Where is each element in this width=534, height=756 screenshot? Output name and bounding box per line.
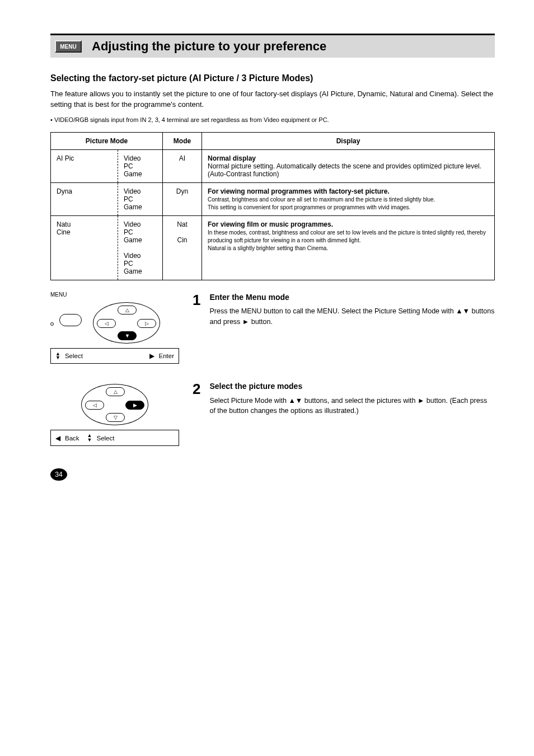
row0-label-b: Video PC Game [118, 150, 163, 183]
led-dot-icon [50, 322, 54, 326]
step-1-heading: Enter the Menu mode [209, 292, 495, 303]
left-arrow-icon: ◀ [55, 434, 60, 442]
menu-badge: MENU [55, 40, 82, 53]
step-1-number: 1 [193, 292, 200, 309]
step1-instruction-bar: ▲▼ Select ▶ Enter [50, 348, 179, 364]
th-picture-mode: Picture Mode [51, 133, 163, 150]
updown-icon: ▲▼ [55, 352, 60, 360]
dpad: △ ▼ ◁ ▷ [93, 302, 160, 344]
menu-caption: MENU [50, 292, 179, 298]
right-button-2[interactable]: ▶ [125, 401, 144, 410]
row1-desc-body: Contrast, brightness and colour are all … [208, 196, 435, 210]
row0-desc: Normal display Normal picture setting. A… [202, 150, 495, 183]
down-button-2[interactable]: ▽ [106, 413, 125, 422]
row2-desc-body: In these modes, contrast, brightness and… [208, 229, 486, 251]
row1-desc-head: For viewing normal programmes with facto… [208, 187, 390, 195]
row1-label-b: Video PC Game [118, 183, 163, 216]
dpad-2: △ ▽ ◁ ▶ [81, 384, 148, 425]
row2-desc-head: For viewing film or music programmes. [208, 220, 333, 228]
row0-label-a: AI Pic [51, 150, 118, 183]
row1-desc: For viewing normal programmes with facto… [202, 183, 495, 216]
row1-mode: Dyn [163, 183, 202, 216]
up-button-2[interactable]: △ [106, 387, 125, 396]
step-2-body: Select Picture Mode with ▲▼ buttons, and… [209, 396, 495, 416]
left-button[interactable]: ◁ [97, 319, 116, 328]
row0-desc-head: Normal display [208, 154, 256, 162]
updown-icon-2: ▲▼ [87, 434, 92, 442]
step2-instruction-bar: ◀ Back ▲▼ Select [50, 430, 179, 445]
step1-instr-right: Enter [159, 353, 175, 359]
th-mode: Mode [163, 133, 202, 150]
step-2-heading: Select the picture modes [209, 381, 495, 392]
page-title: Adjusting the picture to your preference [92, 39, 326, 54]
right-arrow-icon: ▶ [149, 352, 154, 360]
title-bar: MENU Adjusting the picture to your prefe… [50, 35, 495, 58]
step1-instr-left: Select [65, 353, 145, 359]
step-2-number: 2 [193, 381, 200, 398]
row2-mode: Nat Cin [163, 216, 202, 280]
menu-button[interactable] [59, 314, 82, 326]
picture-mode-table: Picture Mode Mode Display AI Pic Video P… [50, 132, 495, 280]
row0-mode: AI [163, 150, 202, 183]
row2-label-a: Natu Cine [51, 216, 118, 280]
up-button[interactable]: △ [118, 306, 137, 314]
row2-label-b: Video PC Game Video PC Game [118, 216, 163, 280]
th-display: Display [202, 133, 495, 150]
note-text: • VIDEO/RGB signals input from IN 2, 3, … [50, 116, 495, 124]
row0-desc-body: Normal picture setting. Automatically de… [208, 162, 481, 178]
step-1-body: Press the MENU button to call the MENU. … [209, 306, 495, 326]
intro-text: The feature allows you to instantly set … [50, 89, 495, 110]
step2-instr-right: Select [97, 435, 175, 442]
right-button[interactable]: ▷ [137, 319, 156, 328]
left-button-2[interactable]: ◁ [85, 401, 104, 410]
page-number: 34 [50, 468, 67, 481]
down-button[interactable]: ▼ [118, 331, 137, 340]
section-heading: Selecting the factory-set picture (AI Pi… [50, 73, 495, 83]
step2-instr-left: Back [65, 435, 79, 442]
row2-desc: For viewing film or music programmes. In… [202, 216, 495, 280]
row1-label-a: Dyna [51, 183, 118, 216]
